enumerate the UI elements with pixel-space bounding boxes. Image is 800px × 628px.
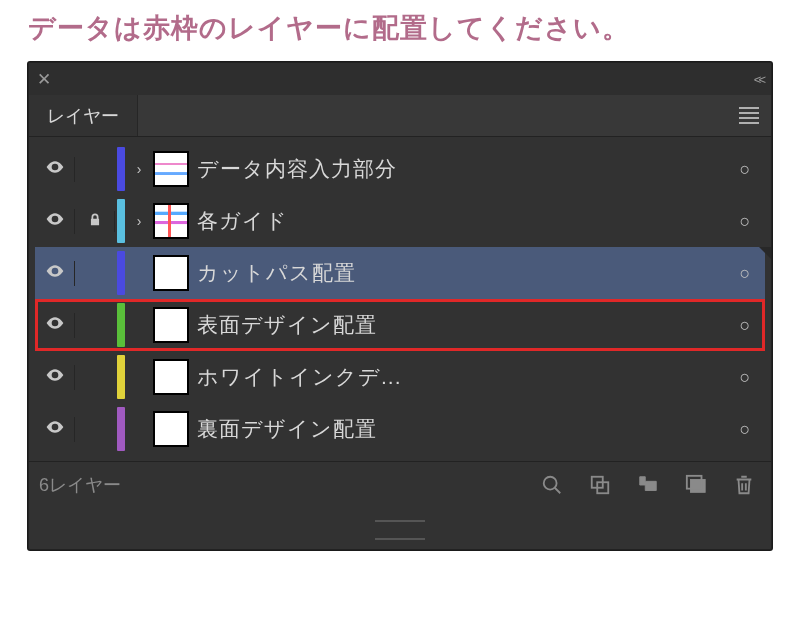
instruction-text: データは赤枠のレイヤーに配置してください。 (0, 0, 800, 54)
layer-row[interactable]: 表面デザイン配置○ (35, 299, 765, 351)
search-icon[interactable] (541, 474, 563, 496)
panel-menu-icon[interactable] (727, 95, 771, 136)
tab-row: レイヤー (29, 95, 771, 137)
layer-thumbnail (153, 307, 189, 343)
layer-name[interactable]: ホワイトインクデ... (197, 363, 725, 391)
layer-name[interactable]: 各ガイド (197, 207, 725, 235)
layer-color-chip (117, 407, 125, 451)
layer-color-chip (117, 199, 125, 243)
tab-layers[interactable]: レイヤー (29, 95, 138, 136)
lock-toggle[interactable] (75, 211, 115, 232)
visibility-toggle[interactable] (35, 157, 75, 182)
visibility-toggle[interactable] (35, 417, 75, 442)
expand-toggle[interactable]: › (129, 161, 149, 177)
layer-row[interactable]: ホワイトインクデ...○ (35, 351, 765, 403)
visibility-toggle[interactable] (35, 365, 75, 390)
expand-toggle[interactable]: › (129, 213, 149, 229)
layer-name[interactable]: データ内容入力部分 (197, 155, 725, 183)
new-layer-icon[interactable] (685, 474, 707, 496)
trash-icon[interactable] (733, 474, 755, 496)
layer-list: ›データ内容入力部分○›各ガイド○カットパス配置○表面デザイン配置○ホワイトイン… (29, 137, 771, 461)
target-indicator[interactable]: ○ (725, 263, 765, 284)
target-indicator[interactable]: ○ (725, 159, 765, 180)
layer-row[interactable]: カットパス配置○ (35, 247, 765, 299)
layer-thumbnail (153, 411, 189, 447)
visibility-toggle[interactable] (35, 261, 75, 286)
visibility-toggle[interactable] (35, 313, 75, 338)
visibility-toggle[interactable] (35, 209, 75, 234)
target-indicator[interactable]: ○ (725, 315, 765, 336)
layer-row[interactable]: ›データ内容入力部分○ (35, 143, 765, 195)
collect-icon[interactable] (589, 474, 611, 496)
layer-name[interactable]: 裏面デザイン配置 (197, 415, 725, 443)
close-icon[interactable]: ✕ (37, 69, 51, 90)
new-sublayer-icon[interactable] (637, 474, 659, 496)
resize-grip[interactable] (29, 507, 771, 549)
svg-line-1 (555, 487, 561, 493)
collapse-icon[interactable]: << (754, 72, 763, 87)
layers-panel: ✕ << レイヤー ›データ内容入力部分○›各ガイド○カットパス配置○表面デザイ… (28, 62, 772, 550)
panel-header: ✕ << (29, 63, 771, 95)
target-indicator[interactable]: ○ (725, 367, 765, 388)
layer-name[interactable]: 表面デザイン配置 (197, 311, 725, 339)
panel-footer: 6レイヤー (29, 461, 771, 507)
layer-color-chip (117, 303, 125, 347)
layer-color-chip (117, 355, 125, 399)
layer-row[interactable]: ›各ガイド○ (35, 195, 765, 247)
svg-point-0 (544, 476, 557, 489)
layer-color-chip (117, 251, 125, 295)
layer-name[interactable]: カットパス配置 (197, 259, 725, 287)
target-indicator[interactable]: ○ (725, 211, 765, 232)
layer-thumbnail (153, 203, 189, 239)
layer-count: 6レイヤー (39, 473, 121, 497)
layer-thumbnail (153, 151, 189, 187)
target-indicator[interactable]: ○ (725, 419, 765, 440)
layer-thumbnail (153, 359, 189, 395)
layer-row[interactable]: 裏面デザイン配置○ (35, 403, 765, 455)
layer-thumbnail (153, 255, 189, 291)
svg-rect-4 (691, 479, 706, 492)
layer-color-chip (117, 147, 125, 191)
